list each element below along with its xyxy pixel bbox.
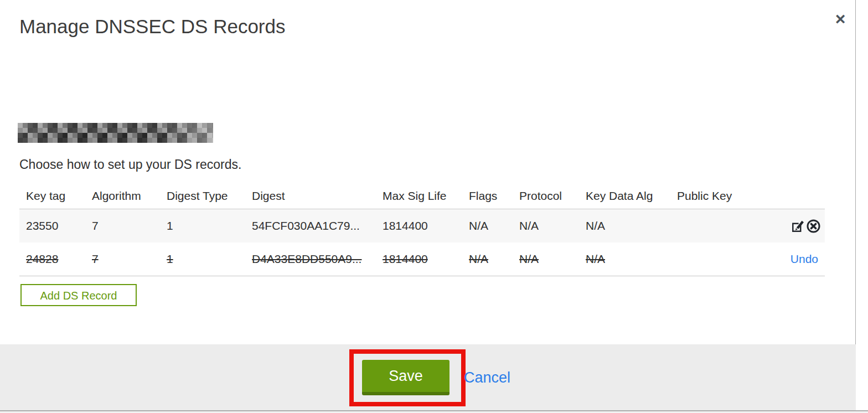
cell-max-sig-life: 1814400 [376,252,462,266]
cell-max-sig-life: 1814400 [376,219,462,233]
cell-protocol: N/A [513,252,579,266]
manage-dnssec-modal: Manage DNSSEC DS Records × Choose how to… [0,0,856,410]
row-actions: Undo [762,252,825,266]
row-actions [762,219,825,234]
undo-link[interactable]: Undo [790,252,818,265]
column-header-digest-type: Digest Type [160,189,245,203]
cancel-link[interactable]: Cancel [464,369,510,386]
cell-key-tag: 23550 [19,219,85,233]
cell-digest-type: 1 [160,219,245,233]
column-header-key-data-alg: Key Data Alg [579,189,670,203]
column-header-max-sig-life: Max Sig Life [376,189,462,203]
column-header-algorithm: Algorithm [85,189,160,203]
delete-icon[interactable] [806,219,821,234]
add-ds-record-button[interactable]: Add DS Record [20,284,137,306]
column-header-protocol: Protocol [513,189,579,203]
cell-digest: 54FCF030AA1C79... [245,219,376,233]
column-header-flags: Flags [462,189,513,203]
ds-records-table: Key tag Algorithm Digest Type Digest Max… [19,183,825,276]
cell-digest: D4A33E8DD550A9... [245,252,376,266]
close-icon[interactable]: × [830,9,850,29]
page-title: Manage DNSSEC DS Records [19,16,285,38]
column-header-public-key: Public Key [670,189,762,203]
table-row: 24828 7 1 D4A33E8DD550A9... 1814400 N/A … [19,242,825,276]
instruction-text: Choose how to set up your DS records. [19,157,241,172]
domain-name-redacted [18,123,213,143]
save-button[interactable]: Save [362,360,450,395]
cell-algorithm: 7 [85,252,160,266]
cell-key-data-alg: N/A [579,252,670,266]
cell-key-data-alg: N/A [579,219,670,233]
cell-digest-type: 1 [160,252,245,266]
column-header-key-tag: Key tag [19,189,85,203]
cell-protocol: N/A [513,219,579,233]
column-header-digest: Digest [245,189,376,203]
cell-flags: N/A [462,219,513,233]
screenshot-canvas: Manage DNSSEC DS Records × Choose how to… [0,0,868,413]
table-row: 23550 7 1 54FCF030AA1C79... 1814400 N/A … [19,209,825,242]
table-header-row: Key tag Algorithm Digest Type Digest Max… [19,183,825,209]
cell-flags: N/A [462,252,513,266]
cell-key-tag: 24828 [19,252,85,266]
cell-algorithm: 7 [85,219,160,233]
edit-icon[interactable] [790,219,805,234]
